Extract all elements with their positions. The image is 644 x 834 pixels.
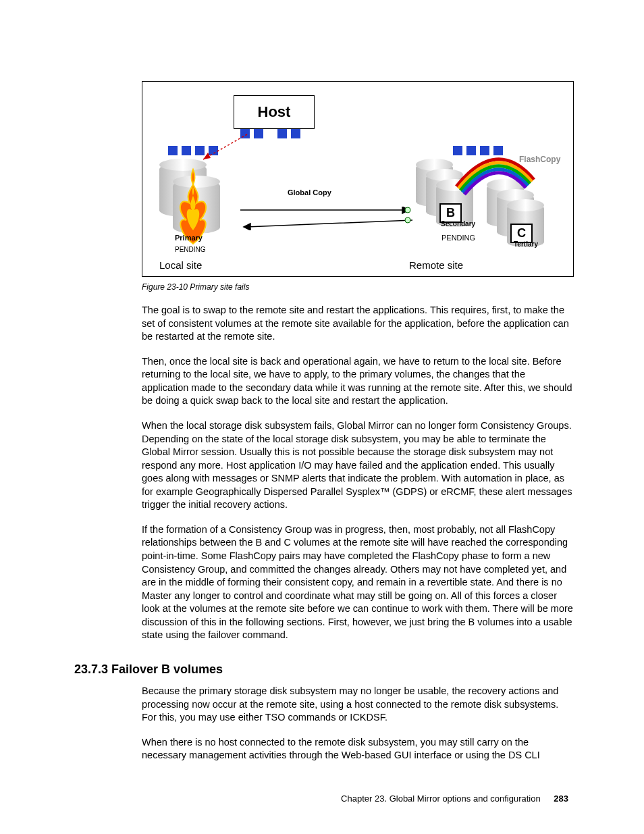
body-text: Because the primary storage disk subsyst… xyxy=(142,685,574,762)
page-number: 283 xyxy=(554,793,568,804)
dashed-arrow-icon xyxy=(193,131,250,165)
tertiary-label: Tertiary xyxy=(514,240,538,248)
page-footer: Chapter 23. Global Mirror options and co… xyxy=(341,793,568,804)
svg-marker-1 xyxy=(203,153,211,159)
chapter-label: Chapter 23. Global Mirror options and co… xyxy=(341,793,541,804)
paragraph: When there is no host connected to the r… xyxy=(142,736,574,762)
section-heading: 23.7.3 Failover B volumes xyxy=(74,662,574,677)
secondary-label: Secondary xyxy=(441,220,475,228)
pending-remote-label: PENDING xyxy=(441,234,475,242)
flashcopy-label: FlashCopy xyxy=(519,155,560,164)
host-squares-right xyxy=(277,129,300,138)
figure-diagram: Host xyxy=(142,81,574,277)
figure-caption: Figure 23-10 Primary site fails xyxy=(142,282,574,292)
paragraph: Then, once the local site is back and op… xyxy=(142,355,574,408)
paragraph: The goal is to swap to the remote site a… xyxy=(142,304,574,344)
svg-line-0 xyxy=(203,134,247,159)
local-site-label: Local site xyxy=(159,259,202,271)
svg-point-3 xyxy=(405,217,410,223)
primary-label: Primary xyxy=(175,234,203,242)
global-copy-arrow-icon xyxy=(240,207,412,230)
host-box: Host xyxy=(234,95,315,129)
paragraph: If the formation of a Consistency Group … xyxy=(142,523,574,642)
paragraph: When the local storage disk subsystem fa… xyxy=(142,419,574,512)
remote-site-label: Remote site xyxy=(409,259,463,271)
paragraph: Because the primary storage disk subsyst… xyxy=(142,685,574,725)
svg-point-2 xyxy=(405,207,410,213)
body-text: The goal is to swap to the remote site a… xyxy=(142,304,574,642)
global-copy-label: Global Copy xyxy=(288,188,331,197)
pending-local-label: PENDING xyxy=(175,246,206,253)
